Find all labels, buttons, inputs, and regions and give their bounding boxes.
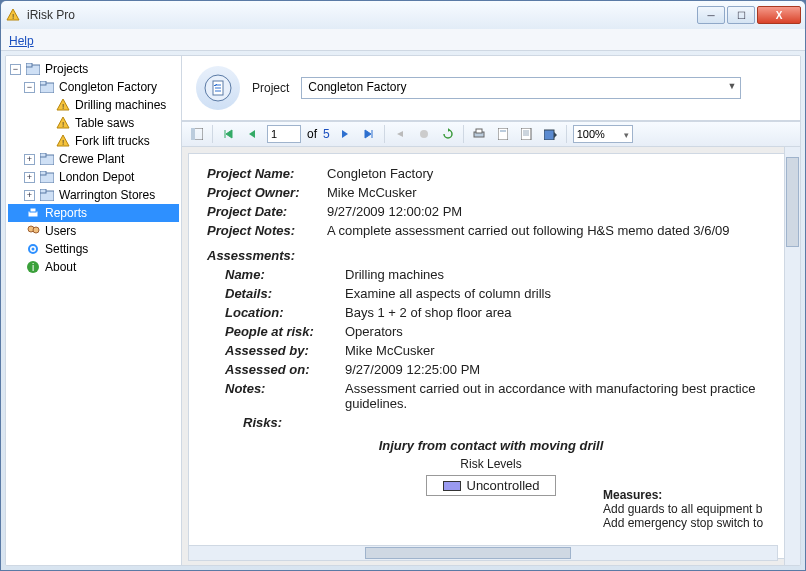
app-window: ! iRisk Pro ─ ☐ X Help − Projects − Cong…	[0, 0, 806, 571]
tree-settings[interactable]: · Settings	[8, 240, 179, 258]
warning-icon: !	[55, 115, 71, 131]
tree-label: London Depot	[59, 170, 134, 184]
tree-tablesaws[interactable]: · ! Table saws	[8, 114, 179, 132]
minimize-button[interactable]: ─	[697, 6, 725, 24]
folder-icon	[25, 61, 41, 77]
page-total: 5	[323, 127, 330, 141]
svg-rect-15	[40, 171, 46, 175]
zoom-dropdown[interactable]: 100%	[573, 125, 633, 143]
tree-label: About	[45, 260, 76, 274]
separator	[566, 125, 567, 143]
tree-projects[interactable]: − Projects	[8, 60, 179, 78]
tree-reports[interactable]: · Reports	[8, 204, 179, 222]
warning-icon: !	[55, 133, 71, 149]
tree-congleton[interactable]: − Congleton Factory	[8, 78, 179, 96]
tree-label: Warrington Stores	[59, 188, 155, 202]
menu-help[interactable]: Help	[9, 34, 34, 48]
tree-warrington[interactable]: + Warrington Stores	[8, 186, 179, 204]
tree-label: Congleton Factory	[59, 80, 157, 94]
expand-icon[interactable]: −	[10, 64, 21, 75]
tree-label: Users	[45, 224, 76, 238]
titlebar[interactable]: ! iRisk Pro ─ ☐ X	[1, 1, 805, 29]
print-button[interactable]	[470, 125, 488, 143]
expand-icon[interactable]: −	[24, 82, 35, 93]
report-viewport[interactable]: Project Name:Congleton Factory Project O…	[182, 147, 800, 565]
folder-icon	[39, 187, 55, 203]
dropdown-value: Congleton Factory	[308, 80, 406, 94]
printer-icon	[25, 205, 41, 221]
legend-swatch-uncontrolled	[443, 481, 461, 491]
svg-text:i: i	[32, 262, 34, 273]
print-layout-button[interactable]	[494, 125, 512, 143]
scrollbar-thumb[interactable]	[365, 547, 571, 559]
vertical-scrollbar[interactable]	[784, 147, 800, 565]
label-project-notes: Project Notes:	[207, 223, 327, 238]
tree-label: Projects	[45, 62, 88, 76]
page-setup-button[interactable]	[518, 125, 536, 143]
scrollbar-thumb[interactable]	[786, 157, 799, 247]
svg-rect-5	[40, 81, 46, 85]
tree-about[interactable]: · i About	[8, 258, 179, 276]
svg-text:!: !	[62, 102, 64, 111]
warning-icon: !	[55, 97, 71, 113]
tree-users[interactable]: · Users	[8, 222, 179, 240]
folder-icon	[39, 151, 55, 167]
gear-icon	[25, 241, 41, 257]
measures-text: Add guards to all equipment b Add emerge…	[603, 502, 783, 530]
label-location: Location:	[225, 305, 345, 320]
tree-london[interactable]: + London Depot	[8, 168, 179, 186]
tree-label: Settings	[45, 242, 88, 256]
label-details: Details:	[225, 286, 345, 301]
svg-rect-17	[40, 189, 46, 193]
expand-icon[interactable]: +	[24, 190, 35, 201]
tree-label: Table saws	[75, 116, 134, 130]
page-current-input[interactable]: 1	[267, 125, 301, 143]
sidebar-tree[interactable]: − Projects − Congleton Factory · ! Drill…	[6, 56, 182, 565]
expand-icon[interactable]: +	[24, 154, 35, 165]
value-name: Drilling machines	[345, 267, 775, 282]
prev-page-button[interactable]	[243, 125, 261, 143]
horizontal-scrollbar[interactable]	[188, 545, 778, 561]
tree-label: Fork lift trucks	[75, 134, 150, 148]
value-project-owner: Mike McCusker	[327, 185, 775, 200]
value-assessed-on: 9/27/2009 12:25:00 PM	[345, 362, 775, 377]
svg-point-23	[32, 248, 35, 251]
toggle-sidebar-button[interactable]	[188, 125, 206, 143]
value-notes: Assessment carried out in accordance wit…	[345, 381, 775, 411]
project-dropdown[interactable]: Congleton Factory	[301, 77, 741, 99]
close-button[interactable]: X	[757, 6, 801, 24]
svg-rect-35	[521, 128, 531, 140]
last-page-button[interactable]	[360, 125, 378, 143]
label-notes: Notes:	[225, 381, 345, 411]
label-assessments: Assessments:	[207, 248, 775, 263]
label-project-name: Project Name:	[207, 166, 327, 181]
tree-drilling[interactable]: · ! Drilling machines	[8, 96, 179, 114]
svg-rect-13	[40, 153, 46, 157]
value-assessed-by: Mike McCusker	[345, 343, 775, 358]
tree-crewe[interactable]: + Crewe Plant	[8, 150, 179, 168]
refresh-button[interactable]	[439, 125, 457, 143]
app-icon: !	[5, 7, 21, 23]
back-button[interactable]	[391, 125, 409, 143]
label-assessed-on: Assessed on:	[225, 362, 345, 377]
svg-text:!: !	[62, 138, 64, 147]
svg-rect-29	[191, 128, 195, 140]
svg-text:!: !	[62, 120, 64, 129]
svg-rect-34	[500, 130, 506, 132]
export-button[interactable]	[542, 125, 560, 143]
value-project-name: Congleton Factory	[327, 166, 775, 181]
folder-icon	[39, 79, 55, 95]
separator	[463, 125, 464, 143]
value-project-notes: A complete assessment carried out follow…	[327, 223, 775, 238]
next-page-button[interactable]	[336, 125, 354, 143]
maximize-button[interactable]: ☐	[727, 6, 755, 24]
main-panel: Project Congleton Factory 1 of 5	[182, 56, 800, 565]
tree-forklift[interactable]: · ! Fork lift trucks	[8, 132, 179, 150]
svg-rect-33	[498, 128, 508, 140]
expand-icon[interactable]: +	[24, 172, 35, 183]
label-people: People at risk:	[225, 324, 345, 339]
first-page-button[interactable]	[219, 125, 237, 143]
client-area: − Projects − Congleton Factory · ! Drill…	[5, 55, 801, 566]
svg-rect-32	[476, 129, 482, 133]
stop-button[interactable]	[415, 125, 433, 143]
